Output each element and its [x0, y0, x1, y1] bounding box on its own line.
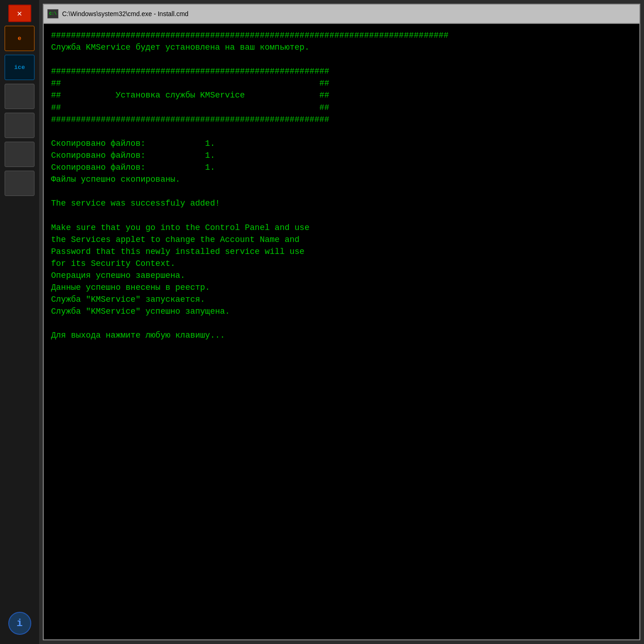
sidebar-item-orange-label: e [18, 35, 22, 42]
sidebar: ✕ e ice i [0, 0, 39, 644]
cmd-icon-text: C:\ [49, 12, 57, 16]
sidebar-item-3[interactable] [5, 142, 34, 167]
cmd-icon: C:\ [47, 9, 58, 18]
close-icon: ✕ [17, 8, 22, 18]
sidebar-item-1[interactable] [5, 84, 34, 109]
cmd-titlebar: C:\ C:\Windows\system32\cmd.exe - Instal… [43, 4, 640, 23]
sidebar-item-blue-label: ice [14, 64, 25, 71]
sidebar-item-blue[interactable]: ice [5, 55, 34, 80]
close-button[interactable]: ✕ [8, 5, 31, 22]
info-button[interactable]: i [8, 612, 31, 635]
cmd-window: C:\ C:\Windows\system32\cmd.exe - Instal… [39, 0, 644, 644]
sidebar-item-orange[interactable]: e [5, 26, 34, 51]
info-icon: i [17, 618, 23, 629]
sidebar-item-2[interactable] [5, 113, 34, 138]
sidebar-item-4[interactable] [5, 171, 34, 196]
cmd-body[interactable]: ########################################… [43, 23, 640, 640]
window-title: C:\Windows\system32\cmd.exe - Install.cm… [62, 10, 636, 17]
terminal-output: ########################################… [51, 29, 632, 341]
